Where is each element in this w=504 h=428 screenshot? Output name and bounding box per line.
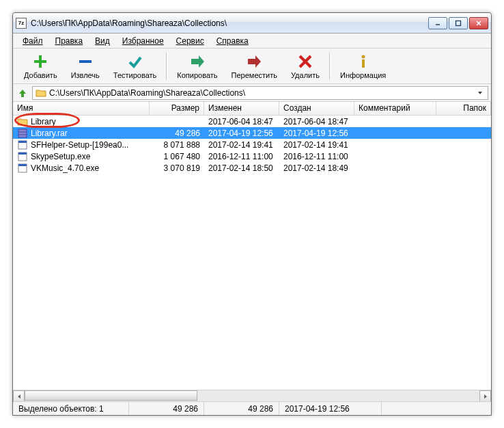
file-name-text: Library.rar [31, 129, 68, 138]
scroll-track[interactable] [25, 390, 479, 401]
extract-button[interactable]: Извлечь [64, 50, 107, 83]
file-row[interactable]: SkypeSetup.exe1 067 4802016-12-11 11:002… [13, 150, 491, 162]
window-title: C:\Users\ПК\AppData\Roaming\Shareaza\Col… [31, 18, 428, 28]
cell-name: Library [13, 116, 150, 127]
copy-arrow-icon [189, 53, 206, 70]
scroll-left-button[interactable] [13, 390, 25, 401]
cell-created: 2017-04-19 12:56 [279, 129, 354, 138]
cell-name: Library.rar [13, 128, 150, 139]
delete-label: Удалить [291, 71, 320, 79]
test-label: Тестировать [113, 71, 157, 79]
folder-icon [36, 88, 46, 98]
check-icon [127, 53, 143, 70]
extract-label: Извлечь [71, 71, 100, 79]
minimize-button[interactable] [428, 17, 447, 29]
cell-size: 49 286 [150, 129, 204, 138]
cell-created: 2017-02-14 19:41 [279, 140, 354, 150]
menu-edit[interactable]: Правка [50, 35, 89, 47]
app-icon: 7z [16, 18, 27, 29]
svg-rect-6 [79, 60, 92, 63]
file-row[interactable]: Library2017-06-04 18:472017-06-04 18:47 [13, 116, 491, 127]
info-label: Информация [340, 71, 386, 79]
header-created[interactable]: Создан [279, 102, 354, 115]
scroll-right-button[interactable] [479, 390, 491, 401]
svg-rect-11 [18, 129, 27, 137]
move-button[interactable]: Переместить [225, 50, 284, 83]
horizontal-scrollbar[interactable] [13, 390, 491, 401]
svg-rect-10 [362, 59, 365, 68]
cell-name: SkypeSetup.exe [13, 151, 150, 162]
address-dropdown[interactable] [475, 90, 485, 96]
menu-favorites[interactable]: Избранное [117, 35, 169, 47]
menu-file[interactable]: Файл [17, 35, 48, 47]
add-button[interactable]: Добавить [17, 50, 64, 83]
file-name-text: Library [31, 117, 56, 126]
rows-container: Library2017-06-04 18:472017-06-04 18:47L… [13, 116, 491, 390]
svg-rect-15 [18, 141, 27, 143]
header-modified[interactable]: Изменен [204, 102, 279, 115]
column-headers: Имя Размер Изменен Создан Комментарий Па… [13, 102, 491, 116]
status-size: 49 286 [129, 402, 204, 415]
menu-view[interactable]: Вид [89, 35, 115, 47]
cell-name: SFHelper-Setup-[199ea0... [13, 139, 150, 150]
menu-help[interactable]: Справка [211, 35, 254, 47]
svg-point-9 [361, 55, 365, 58]
cell-created: 2017-06-04 18:47 [279, 117, 354, 126]
cell-modified: 2017-06-04 18:47 [204, 117, 279, 126]
test-button[interactable]: Тестировать [107, 50, 164, 83]
header-name[interactable]: Имя [13, 102, 150, 115]
close-button[interactable] [469, 17, 488, 29]
file-name-text: SkypeSetup.exe [31, 152, 90, 161]
file-row[interactable]: Library.rar49 2862017-04-19 12:562017-04… [13, 127, 491, 139]
menu-bar: Файл Правка Вид Избранное Сервис Справка [13, 34, 491, 49]
up-button[interactable] [16, 86, 29, 100]
address-bar [13, 84, 491, 102]
scroll-thumb[interactable] [25, 390, 197, 401]
move-label: Переместить [232, 71, 277, 79]
minus-icon [77, 53, 94, 70]
maximize-button[interactable] [449, 17, 468, 29]
info-button[interactable]: Информация [333, 50, 393, 83]
move-arrow-icon [246, 53, 262, 70]
copy-button[interactable]: Копировать [170, 50, 224, 83]
file-name-text: VKMusic_4.70.exe [31, 163, 99, 173]
address-field[interactable] [32, 86, 488, 100]
cell-modified: 2017-02-14 19:41 [204, 140, 279, 150]
status-bar: Выделено объектов: 1 49 286 49 286 2017-… [13, 401, 491, 415]
header-size[interactable]: Размер [150, 102, 204, 115]
cell-modified: 2016-12-11 11:00 [204, 152, 279, 161]
header-comment[interactable]: Комментарий [354, 102, 436, 115]
cell-size: 3 070 819 [150, 163, 204, 173]
status-size2: 49 286 [204, 402, 279, 415]
svg-rect-5 [34, 60, 46, 63]
cell-created: 2017-02-14 18:49 [279, 163, 354, 173]
app-window: 7z C:\Users\ПК\AppData\Roaming\Shareaza\… [12, 12, 492, 416]
copy-label: Копировать [177, 71, 217, 79]
status-spacer [382, 402, 491, 415]
menu-tools[interactable]: Сервис [171, 35, 210, 47]
cell-modified: 2017-04-19 12:56 [204, 129, 279, 138]
toolbar-separator [166, 53, 167, 80]
file-list: Имя Размер Изменен Создан Комментарий Па… [13, 102, 491, 401]
cell-created: 2016-12-11 11:00 [279, 152, 354, 161]
plus-icon [32, 53, 48, 70]
header-folders[interactable]: Папок [436, 102, 491, 115]
cell-size: 8 071 888 [150, 140, 204, 150]
toolbar: Добавить Извлечь Тестировать Копировать … [13, 49, 491, 84]
file-row[interactable]: VKMusic_4.70.exe3 070 8192017-02-14 18:5… [13, 162, 491, 174]
delete-button[interactable]: Удалить [284, 50, 326, 83]
info-icon [355, 53, 372, 70]
delete-icon [297, 53, 313, 70]
address-input[interactable] [49, 88, 475, 98]
status-date: 2017-04-19 12:56 [279, 402, 382, 415]
title-bar: 7z C:\Users\ПК\AppData\Roaming\Shareaza\… [13, 13, 491, 34]
svg-rect-19 [18, 164, 27, 166]
add-label: Добавить [24, 71, 57, 79]
toolbar-separator [329, 53, 331, 80]
svg-rect-17 [18, 152, 27, 155]
cell-modified: 2017-02-14 18:50 [204, 163, 279, 173]
cell-size: 1 067 480 [150, 152, 204, 161]
file-row[interactable]: SFHelper-Setup-[199ea0...8 071 8882017-0… [13, 139, 491, 150]
status-selection: Выделено объектов: 1 [13, 402, 129, 415]
cell-name: VKMusic_4.70.exe [13, 163, 150, 174]
